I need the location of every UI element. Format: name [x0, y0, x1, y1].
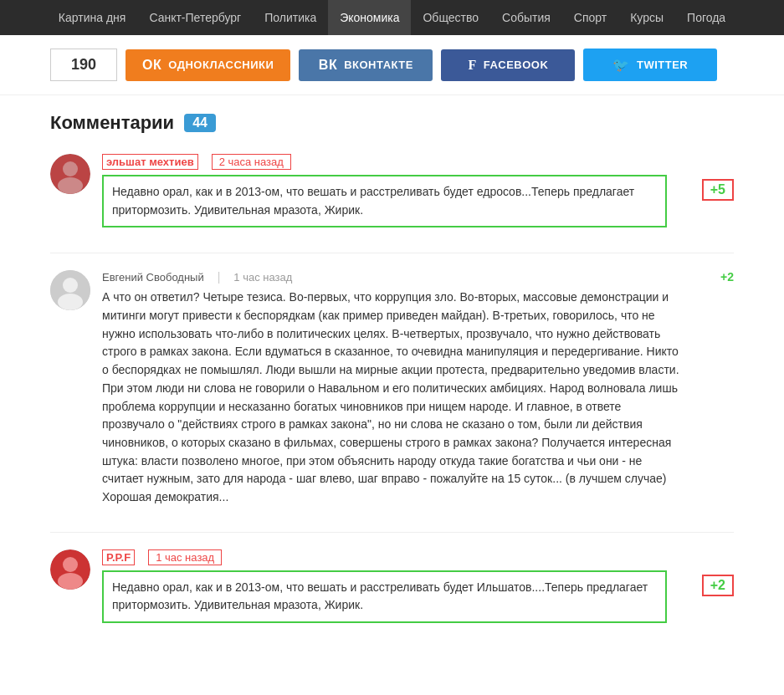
- comment-score-2: +2: [720, 270, 734, 284]
- nav-item-politics[interactable]: Политика: [253, 0, 328, 35]
- vk-icon: ВК: [319, 58, 337, 73]
- comment-body-3: P.P.F 1 час назад Недавно орал, как и в …: [102, 549, 667, 623]
- svg-point-8: [58, 573, 83, 590]
- svg-point-5: [58, 294, 83, 310]
- share-vk-label: ВКОНТАКТЕ: [344, 59, 413, 71]
- comment-1: эльшат мехтиев 2 часа назад Недавно орал…: [50, 154, 734, 227]
- comment-score-3: +2: [702, 575, 734, 596]
- share-fb-label: FACEBOOK: [484, 59, 549, 71]
- comments-section: Комментарии 44 эльшат мехтиев 2 часа наз…: [0, 95, 784, 665]
- svg-point-4: [63, 278, 78, 293]
- nav-item-spb[interactable]: Санкт-Петербург: [137, 0, 253, 35]
- share-vk-button[interactable]: ВК ВКОНТАКТЕ: [299, 49, 433, 81]
- nav-item-weather[interactable]: Погода: [675, 0, 737, 35]
- nav-item-kartina[interactable]: Картина дня: [47, 0, 138, 35]
- comment-author-3: P.P.F: [102, 549, 135, 565]
- avatar-1: [50, 154, 90, 194]
- svg-point-7: [63, 557, 78, 572]
- comment-time-1: 2 часа назад: [212, 154, 291, 170]
- nav-item-courses[interactable]: Курсы: [618, 0, 675, 35]
- share-ok-label: ОДНОКЛАССНИКИ: [168, 59, 274, 71]
- top-nav: Картина дня Санкт-Петербург Политика Эко…: [0, 0, 784, 35]
- comment-author-2: Евгений Свободный: [102, 271, 204, 284]
- comment-text-2: А что он ответил? Четыре тезиса. Во-перв…: [102, 289, 684, 506]
- comment-3: P.P.F 1 час назад Недавно орал, как и в …: [50, 549, 734, 623]
- comments-title: Комментарии: [50, 112, 174, 134]
- comment-time-3: 1 час назад: [148, 549, 222, 565]
- nav-item-sport[interactable]: Спорт: [562, 0, 618, 35]
- ok-icon: ОК: [142, 58, 161, 73]
- share-count: 190: [50, 49, 117, 81]
- avatar-2: [50, 270, 90, 310]
- svg-point-1: [63, 161, 78, 176]
- comment-author-1: эльшат мехтиев: [102, 154, 198, 170]
- comment-text-3: Недавно орал, как и в 2013-ом, что вешат…: [102, 570, 667, 623]
- divider-1: [50, 253, 734, 253]
- twitter-icon: 🐦: [612, 57, 630, 73]
- nav-item-society[interactable]: Общество: [411, 0, 490, 35]
- divider-2: [50, 532, 734, 533]
- share-tw-button[interactable]: 🐦 TWITTER: [583, 49, 717, 81]
- meta-separator-2: |: [218, 270, 221, 284]
- comments-header: Комментарии 44: [50, 112, 734, 134]
- comment-time-2: 1 час назад: [233, 271, 292, 284]
- avatar-3: [50, 549, 90, 590]
- share-tw-label: TWITTER: [637, 59, 688, 71]
- comment-meta-1: эльшат мехтиев 2 часа назад: [102, 154, 667, 170]
- comment-text-1: Недавно орал, как и в 2013-ом, что вешат…: [102, 175, 667, 227]
- share-fb-button[interactable]: f FACEBOOK: [441, 49, 575, 81]
- nav-item-economy[interactable]: Экономика: [328, 0, 411, 35]
- comment-score-1: +5: [702, 179, 734, 201]
- comment-meta-3: P.P.F 1 час назад: [102, 549, 667, 565]
- share-ok-button[interactable]: ОК ОДНОКЛАССНИКИ: [126, 49, 290, 81]
- comment-body-2: Евгений Свободный | 1 час назад А что он…: [102, 270, 684, 506]
- comment-meta-2: Евгений Свободный | 1 час назад: [102, 270, 684, 284]
- comment-2: Евгений Свободный | 1 час назад А что он…: [50, 270, 734, 506]
- comments-count-badge: 44: [184, 114, 216, 132]
- nav-item-events[interactable]: События: [490, 0, 562, 35]
- share-bar: 190 ОК ОДНОКЛАССНИКИ ВК ВКОНТАКТЕ f FACE…: [0, 35, 784, 95]
- comment-body-1: эльшат мехтиев 2 часа назад Недавно орал…: [102, 154, 667, 227]
- svg-point-2: [58, 177, 83, 194]
- fb-icon: f: [468, 58, 476, 73]
